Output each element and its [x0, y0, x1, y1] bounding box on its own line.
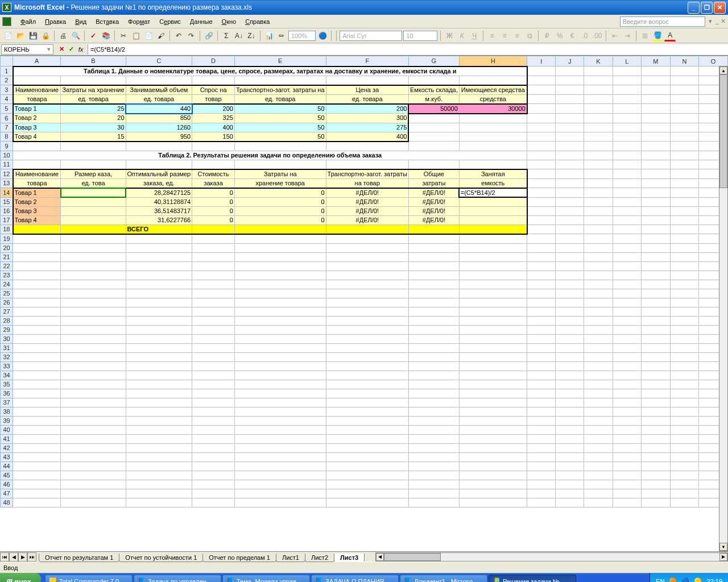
sheet-tab[interactable]: Отчет по результатам 1	[39, 554, 119, 562]
cell-K15[interactable]	[584, 197, 613, 206]
cell-B21[interactable]	[61, 252, 126, 261]
cell-C16[interactable]: 36,51483717	[126, 206, 192, 215]
cell-L6[interactable]	[613, 114, 641, 123]
cell-K47[interactable]	[584, 489, 613, 498]
cell-C17[interactable]: 31,6227766	[126, 215, 192, 225]
cell-N8[interactable]	[670, 132, 699, 142]
cell-B13[interactable]: ед. това	[61, 178, 126, 188]
row-header-10[interactable]: 10	[1, 151, 13, 160]
cell-D24[interactable]	[192, 280, 235, 289]
row-header-18[interactable]: 18	[1, 225, 13, 234]
cell-K29[interactable]	[584, 325, 613, 334]
cell-G35[interactable]	[408, 380, 459, 389]
clock[interactable]: 22:19	[706, 578, 722, 582]
cell-J9[interactable]	[556, 142, 584, 151]
cell-B20[interactable]	[61, 243, 126, 252]
cell-H13[interactable]: емкость	[459, 178, 527, 188]
row-header-3[interactable]: 3	[1, 85, 13, 95]
cell-N32[interactable]	[670, 352, 699, 361]
cell-K5[interactable]	[584, 104, 613, 114]
cell-F48[interactable]	[326, 498, 408, 507]
row-header-35[interactable]: 35	[1, 380, 13, 389]
col-header-O[interactable]: O	[699, 56, 728, 66]
cell-I8[interactable]	[527, 132, 556, 142]
row-header-36[interactable]: 36	[1, 389, 13, 398]
cell-M19[interactable]	[641, 234, 670, 244]
cell-K4[interactable]	[584, 94, 613, 104]
dec-decimal-button[interactable]: .00	[592, 30, 603, 41]
menu-file[interactable]: Файл	[16, 17, 40, 26]
cell-B30[interactable]	[61, 334, 126, 343]
menu-data[interactable]: Данные	[185, 17, 217, 26]
menu-format[interactable]: Формат	[123, 17, 155, 26]
cell-F13[interactable]: на товар	[326, 178, 408, 188]
cell-M48[interactable]	[641, 498, 670, 507]
cell-F40[interactable]	[326, 425, 408, 434]
sheet-tab[interactable]: Лист1	[276, 554, 305, 562]
cell-M14[interactable]	[641, 188, 670, 198]
row-header-24[interactable]: 24	[1, 280, 13, 289]
cell-M47[interactable]	[641, 489, 670, 498]
cell-J34[interactable]	[556, 371, 584, 380]
cell-I13[interactable]	[527, 178, 556, 188]
formula-input[interactable]	[88, 44, 728, 55]
cell-B16[interactable]	[61, 206, 126, 215]
cell-N11[interactable]	[670, 160, 699, 169]
cell-E21[interactable]	[234, 252, 326, 261]
vertical-scrollbar[interactable]: ▲ ▼	[719, 66, 728, 551]
cell-M41[interactable]	[641, 434, 670, 443]
cell-G16[interactable]: #ДЕЛ/0!	[408, 206, 459, 215]
cell-L9[interactable]	[613, 142, 641, 151]
row-header-34[interactable]: 34	[1, 371, 13, 380]
cell-K45[interactable]	[584, 471, 613, 480]
cell-G13[interactable]: затраты	[408, 178, 459, 188]
cell-A33[interactable]	[13, 361, 61, 371]
cell-I15[interactable]	[527, 197, 556, 206]
horizontal-scrollbar[interactable]: ◀ ▶	[375, 552, 728, 562]
cell-N10[interactable]	[670, 151, 699, 160]
cell-D39[interactable]	[192, 416, 235, 425]
cell-B28[interactable]	[61, 316, 126, 325]
row-header-13[interactable]: 13	[1, 178, 13, 188]
cell-L33[interactable]	[613, 361, 641, 371]
cell-G3[interactable]: Емкость склада,	[408, 85, 459, 95]
cell-G15[interactable]: #ДЕЛ/0!	[408, 197, 459, 206]
cell-J38[interactable]	[556, 407, 584, 416]
col-header-D[interactable]: D	[192, 56, 235, 66]
cell-C18[interactable]: ВСЕГО	[126, 225, 192, 234]
cell-M44[interactable]	[641, 462, 670, 471]
cell-N5[interactable]	[670, 104, 699, 114]
cell-C37[interactable]	[126, 398, 192, 407]
row-header-26[interactable]: 26	[1, 298, 13, 307]
cell-H11[interactable]	[459, 160, 527, 169]
cell-H3[interactable]: Имеющиеся средства	[459, 85, 527, 95]
cell-D8[interactable]: 150	[192, 132, 235, 142]
cell-D27[interactable]	[192, 307, 235, 316]
cell-C21[interactable]	[126, 252, 192, 261]
row-header-9[interactable]: 9	[1, 142, 13, 151]
cell-A16[interactable]: Товар 3	[13, 206, 61, 215]
cell-H35[interactable]	[459, 380, 527, 389]
cell-N39[interactable]	[670, 416, 699, 425]
cell-I10[interactable]	[527, 151, 556, 160]
cell-E43[interactable]	[234, 452, 326, 462]
row-header-6[interactable]: 6	[1, 114, 13, 123]
cell-N46[interactable]	[670, 480, 699, 489]
cell-A31[interactable]	[13, 343, 61, 352]
cell-M20[interactable]	[641, 243, 670, 252]
cell-G7[interactable]	[408, 123, 459, 132]
cell-J37[interactable]	[556, 398, 584, 407]
cell-E30[interactable]	[234, 334, 326, 343]
cell-L20[interactable]	[613, 243, 641, 252]
italic-button[interactable]: К	[456, 30, 468, 41]
spreadsheet-grid[interactable]: ABCDEFGHIJKLMNO1Таблица 1. Данные о номе…	[0, 56, 728, 551]
cell-N23[interactable]	[670, 271, 699, 280]
cell-I12[interactable]	[527, 169, 556, 179]
col-header-G[interactable]: G	[408, 56, 459, 66]
cell-M39[interactable]	[641, 416, 670, 425]
cell-K8[interactable]	[584, 132, 613, 142]
cell-J30[interactable]	[556, 334, 584, 343]
cell-M6[interactable]	[641, 114, 670, 123]
font-size-combo[interactable]: 10	[403, 31, 437, 41]
cell-L39[interactable]	[613, 416, 641, 425]
